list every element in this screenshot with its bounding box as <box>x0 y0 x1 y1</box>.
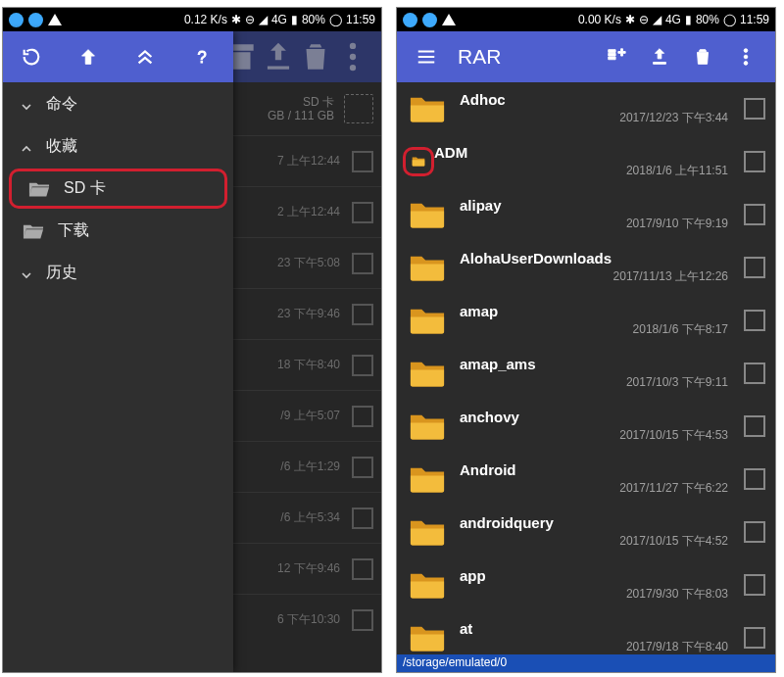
bg-row-date: 2 上午12:44 <box>277 204 340 220</box>
checkbox[interactable] <box>352 253 373 274</box>
checkbox[interactable] <box>352 457 373 478</box>
checkbox[interactable] <box>744 310 765 331</box>
bg-row[interactable]: 2 上午12:44 <box>233 186 381 237</box>
battery-icon: ▮ <box>291 13 298 26</box>
checkbox[interactable] <box>744 627 765 649</box>
file-name: Android <box>460 461 734 478</box>
file-name: Adhoc <box>460 91 734 108</box>
file-name: alipay <box>460 197 734 214</box>
checkbox[interactable] <box>744 151 765 172</box>
bg-row[interactable]: 18 下午8:40 <box>233 339 381 390</box>
globe-icon <box>403 13 417 27</box>
extract-icon[interactable] <box>638 35 681 78</box>
file-row[interactable]: anchovy2017/10/15 下午4:53 <box>397 400 775 453</box>
bg-row[interactable]: /6 上午1:29 <box>233 441 381 492</box>
file-row[interactable]: at2017/9/18 下午8:40 <box>397 611 775 654</box>
file-row[interactable]: amap2018/1/6 下午8:17 <box>397 294 775 347</box>
background-list: SD 卡 GB / 111 GB 7 上午12:442 上午12:4423 下午… <box>233 82 381 672</box>
file-row[interactable]: androidquery2017/10/15 下午4:52 <box>397 506 775 558</box>
file-name: amap <box>460 303 734 319</box>
favorite-label: SD 卡 <box>64 178 106 199</box>
checkbox[interactable] <box>352 202 373 223</box>
checkbox[interactable] <box>744 98 765 120</box>
file-name: at <box>460 620 734 637</box>
checkbox[interactable] <box>744 574 765 596</box>
extract-icon[interactable] <box>260 38 297 75</box>
checkbox[interactable] <box>744 415 765 437</box>
file-row[interactable]: Android2017/11/27 下午6:22 <box>397 453 775 506</box>
checkbox[interactable] <box>352 355 373 376</box>
checkbox[interactable] <box>352 609 373 631</box>
nav-drawer: ? 命令 收藏 SD 卡下载 历史 <box>3 31 233 672</box>
bluetooth-icon: ✱ <box>231 13 241 26</box>
folder-open-icon <box>28 180 50 198</box>
drawer-toolbar: ? <box>3 31 233 82</box>
bg-header: SD 卡 GB / 111 GB <box>233 82 381 135</box>
folder-icon <box>409 623 446 653</box>
up-arrow-icon[interactable] <box>60 35 117 78</box>
status-bar: 0.12 K/s ✱ ⊖ ◢ 4G ▮ 80% ◯ 11:59 <box>3 8 381 31</box>
file-date: 2017/10/15 下午4:53 <box>460 427 734 444</box>
folder-open-icon <box>23 222 44 240</box>
folder-icon <box>409 517 446 547</box>
favorite-item[interactable]: SD 卡 <box>9 169 227 209</box>
file-row[interactable]: Adhoc2017/12/23 下午3:44 <box>397 82 775 135</box>
trash-icon[interactable] <box>297 38 334 75</box>
section-commands[interactable]: 命令 <box>3 82 233 124</box>
signal-icon: ◢ <box>653 13 662 26</box>
clock-time: 11:59 <box>740 13 769 26</box>
section-favorites[interactable]: 收藏 <box>3 124 233 167</box>
bg-row[interactable]: 7 上午12:44 <box>233 135 381 186</box>
checkbox[interactable] <box>744 204 765 225</box>
folder-icon <box>409 359 446 388</box>
clock-icon: ◯ <box>329 13 342 26</box>
refresh-icon[interactable] <box>3 35 60 78</box>
folder-icon <box>409 464 446 494</box>
section-history[interactable]: 历史 <box>3 251 233 293</box>
checkbox[interactable] <box>744 363 765 384</box>
folder-icon <box>412 153 425 169</box>
file-date: 2017/12/23 下午3:44 <box>460 110 734 126</box>
select-all-icon[interactable] <box>344 94 373 123</box>
battery-pct: 80% <box>302 13 325 26</box>
signal-icon: ◢ <box>259 13 268 26</box>
overflow-icon[interactable] <box>724 35 767 78</box>
file-row[interactable]: AlohaUserDownloads2017/11/13 上午12:26 <box>397 241 775 294</box>
favorite-item[interactable]: 下载 <box>3 211 233 251</box>
bg-row[interactable]: /6 上午5:34 <box>233 492 381 543</box>
phone-right: 0.00 K/s ✱ ⊖ ◢ 4G ▮ 80% ◯ 11:59 RAR Adho… <box>396 7 776 673</box>
bg-row[interactable]: 23 下午5:08 <box>233 237 381 288</box>
favorite-label: 下载 <box>58 220 89 241</box>
checkbox[interactable] <box>352 304 373 325</box>
checkbox[interactable] <box>352 406 373 427</box>
chevron-down-icon <box>21 267 32 279</box>
overflow-icon[interactable] <box>334 38 371 75</box>
hamburger-icon[interactable] <box>405 35 448 78</box>
bg-row[interactable]: 12 下午9:46 <box>233 543 381 594</box>
file-row[interactable]: alipay2017/9/10 下午9:19 <box>397 188 775 241</box>
bg-row[interactable]: 23 下午9:46 <box>233 288 381 339</box>
double-up-icon[interactable] <box>117 35 173 78</box>
checkbox[interactable] <box>352 151 373 172</box>
folder-icon <box>409 570 446 600</box>
file-list[interactable]: Adhoc2017/12/23 下午3:44ADM2018/1/6 上午11:5… <box>397 82 775 654</box>
file-row[interactable]: amap_ams2017/10/3 下午9:11 <box>397 347 775 400</box>
checkbox[interactable] <box>352 508 373 529</box>
checkbox[interactable] <box>352 558 373 580</box>
bg-row[interactable]: 6 下午10:30 <box>233 594 381 645</box>
trash-icon[interactable] <box>681 35 724 78</box>
checkbox[interactable] <box>744 521 765 543</box>
archive-add-icon[interactable] <box>595 35 638 78</box>
checkbox[interactable] <box>744 257 765 278</box>
bg-row[interactable]: /9 上午5:07 <box>233 390 381 441</box>
folder-icon <box>409 200 446 229</box>
dnd-icon: ⊖ <box>639 13 649 26</box>
file-date: 2017/9/10 下午9:19 <box>460 216 734 232</box>
file-name: AlohaUserDownloads <box>460 250 734 266</box>
file-row[interactable]: ADM2018/1/6 上午11:51 <box>397 135 775 188</box>
file-row[interactable]: app2017/9/30 下午8:03 <box>397 558 775 611</box>
file-name: ADM <box>434 144 734 161</box>
help-icon[interactable]: ? <box>173 35 230 78</box>
warning-icon <box>48 14 62 25</box>
checkbox[interactable] <box>744 468 765 490</box>
